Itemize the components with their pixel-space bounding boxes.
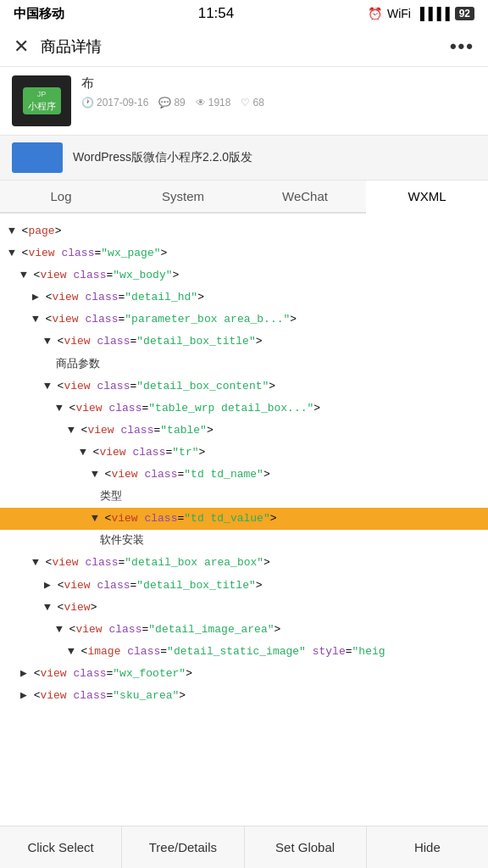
tree-line[interactable]: ▶ <view class="sku_area">: [0, 685, 488, 707]
mini-program-badge: JP 小程序: [23, 87, 61, 114]
tree-details-button[interactable]: Tree/Details: [122, 826, 244, 868]
battery-indicator: 92: [455, 7, 474, 20]
tree-line[interactable]: ▶ <view class="detail_hd">: [0, 287, 488, 309]
preview-views: 👁 1918: [196, 97, 231, 108]
tree-line[interactable]: ▼ <view class="detail_box_content">: [0, 376, 488, 398]
tree-line[interactable]: ▼ <view class="tr">: [0, 442, 488, 464]
tree-line[interactable]: ▼ <view class="wx_page">: [0, 242, 488, 264]
wifi-icon: WiFi: [387, 7, 411, 20]
status-bar: 中国移动 11:54 ⏰ WiFi ▐▐▐▐ 92: [0, 0, 488, 27]
hide-button[interactable]: Hide: [367, 826, 488, 868]
tree-line[interactable]: ▼ <image class="detail_static_image" sty…: [0, 641, 488, 663]
alarm-icon: ⏰: [368, 7, 382, 20]
bottom-action-bar: Click Select Tree/Details Set Global Hid…: [0, 826, 488, 868]
tree-line-highlighted[interactable]: ▼ <view class="td td_value">: [0, 508, 488, 530]
preview-title-2: WordPress版微信小程序2.2.0版发: [73, 150, 252, 165]
more-button[interactable]: •••: [450, 36, 474, 58]
tab-wechat[interactable]: WeChat: [244, 181, 366, 214]
preview-meta: 🕐 2017-09-16 💬 89 👁 1918 ♡ 68: [81, 97, 476, 108]
tree-line[interactable]: ▼ <view class="wx_body">: [0, 264, 488, 287]
preview-thumbnail: JP 小程序: [12, 75, 71, 126]
preview-title: 布: [81, 75, 476, 92]
preview-content: 布 🕐 2017-09-16 💬 89 👁 1918 ♡ 68: [81, 75, 476, 108]
tab-log[interactable]: Log: [0, 181, 122, 214]
title-bar: ✕ 商品详情 •••: [0, 27, 488, 67]
tree-line[interactable]: ▶ <view class="detail_box_title">: [0, 575, 488, 597]
tree-line[interactable]: ▶ <view class="wx_footer">: [0, 663, 488, 685]
status-icons: ⏰ WiFi ▐▐▐▐ 92: [368, 7, 474, 20]
tab-bar: Log System WeChat WXML: [0, 181, 488, 214]
preview-thumbnail-2: [12, 142, 63, 173]
preview-likes: ♡ 68: [241, 97, 263, 108]
preview-date: 🕐 2017-09-16: [81, 97, 148, 108]
tree-line[interactable]: ▼ <view class="detail_box area_box">: [0, 552, 488, 574]
time-label: 11:54: [198, 5, 235, 22]
page-title: 商品详情: [41, 36, 450, 57]
tab-system[interactable]: System: [122, 181, 244, 214]
tree-line[interactable]: ▼ <view>: [0, 597, 488, 619]
tree-line[interactable]: ▼ <view class="parameter_box area_b...">: [0, 309, 488, 331]
signal-icon: ▐▐▐▐: [416, 7, 450, 20]
carrier-label: 中国移动: [14, 6, 64, 22]
tree-line-text: 商品参数: [0, 353, 488, 376]
tree-line[interactable]: ▼ <view class="detail_image_area">: [0, 619, 488, 641]
tree-line[interactable]: ▼ <view class="table">: [0, 420, 488, 442]
click-select-button[interactable]: Click Select: [0, 826, 122, 868]
set-global-button[interactable]: Set Global: [245, 826, 367, 868]
preview-card-1: JP 小程序 布 🕐 2017-09-16 💬 89 👁 1918 ♡ 68: [0, 67, 488, 136]
tree-line-text: 软件安装: [0, 530, 488, 552]
tree-line-text: 类型: [0, 486, 488, 508]
wxml-tree: ▼ <page> ▼ <view class="wx_page"> ▼ <vie…: [0, 214, 488, 714]
close-button[interactable]: ✕: [14, 36, 29, 58]
tree-line[interactable]: ▼ <view class="table_wrp detail_box...">: [0, 398, 488, 420]
tree-line[interactable]: ▼ <view class="td td_name">: [0, 464, 488, 486]
tree-line[interactable]: ▼ <page>: [0, 220, 488, 242]
preview-card-2: WordPress版微信小程序2.2.0版发: [0, 136, 488, 181]
tree-line[interactable]: ▼ <view class="detail_box_title">: [0, 331, 488, 353]
tab-wxml[interactable]: WXML: [366, 181, 488, 214]
preview-comments: 💬 89: [158, 97, 185, 108]
